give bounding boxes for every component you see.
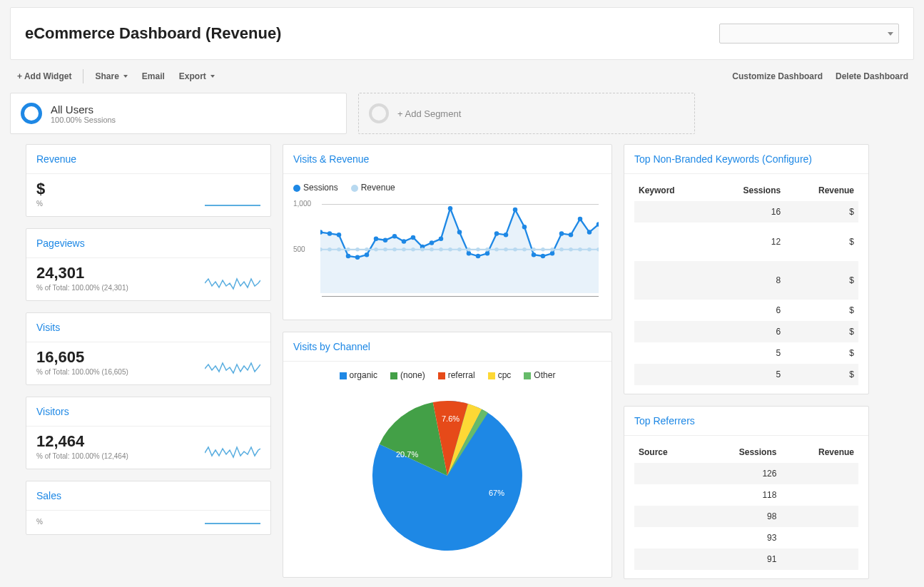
keywords-table: Keyword Sessions Revenue 16$ 12$ 8$ 6$ 6… [634, 180, 858, 385]
share-button[interactable]: Share [88, 68, 134, 84]
svg-point-9 [392, 234, 397, 239]
svg-point-57 [541, 247, 545, 252]
legend-other: Other [534, 370, 555, 380]
segments-row: All Users 100.00% Sessions + Add Segment [10, 93, 914, 144]
legend-organic: organic [350, 370, 377, 380]
segment-circle-icon [21, 103, 42, 124]
export-button[interactable]: Export [172, 68, 222, 84]
visitors-sub: % of Total: 100.00% (12,464) [36, 452, 128, 460]
col-sessions: Sessions [709, 180, 785, 201]
pageviews-sparkline [205, 273, 260, 292]
add-segment-label: + Add Segment [397, 108, 461, 119]
svg-point-58 [550, 247, 554, 252]
pageviews-value: 24,301 [36, 264, 128, 282]
svg-point-29 [578, 217, 583, 222]
table-row[interactable]: 6$ [634, 321, 858, 342]
svg-point-21 [504, 233, 509, 238]
table-row[interactable]: 8$ [634, 261, 858, 300]
column-left: Revenue $ % Pageviews 2 [26, 144, 271, 535]
svg-point-38 [365, 247, 369, 252]
widget-title[interactable]: Sales [26, 481, 270, 511]
table-row[interactable]: 6$ [634, 300, 858, 321]
segment-all-users[interactable]: All Users 100.00% Sessions [10, 93, 347, 134]
visitors-sparkline [205, 441, 260, 460]
table-row[interactable]: 126 [634, 463, 858, 484]
svg-point-10 [402, 239, 407, 243]
dashboard-grid: Revenue $ % Pageviews 2 [10, 144, 914, 587]
square-icon [340, 372, 347, 379]
widget-title[interactable]: Visitors [26, 397, 270, 427]
svg-point-18 [476, 254, 481, 259]
svg-point-50 [476, 247, 480, 252]
column-middle: Visits & Revenue Sessions Revenue 1,000 … [283, 144, 612, 578]
email-button[interactable]: Email [135, 68, 172, 84]
svg-point-44 [420, 247, 425, 252]
sales-sub: % [36, 518, 43, 526]
table-row[interactable]: 5$ [634, 364, 858, 385]
visits-value: 16,605 [36, 348, 128, 367]
pageviews-sub: % of Total: 100.00% (24,301) [36, 284, 128, 292]
svg-point-27 [559, 231, 564, 236]
svg-point-6 [365, 252, 370, 257]
visitors-value: 12,464 [36, 432, 128, 451]
table-row[interactable]: 12$ [634, 223, 858, 261]
column-right: Top Non-Branded Keywords (Configure) Key… [624, 144, 869, 579]
widget-title[interactable]: Top Referrers [624, 407, 868, 436]
widget-title[interactable]: Visits & Revenue [283, 145, 611, 174]
customize-dashboard-button[interactable]: Customize Dashboard [732, 71, 823, 81]
sales-sparkline [205, 521, 260, 524]
visits-sparkline [205, 357, 260, 376]
table-row[interactable]: 93 [634, 527, 858, 548]
widget-title[interactable]: Revenue [26, 145, 270, 174]
add-segment-button[interactable]: + Add Segment [358, 93, 695, 134]
square-icon [524, 372, 531, 379]
svg-point-59 [559, 247, 564, 252]
visits-revenue-chart: 1,000 500 $0.00 [293, 197, 601, 311]
pie-chart-svg: 67% 20.7% 7.6% [369, 397, 526, 554]
revenue-sub: % [36, 200, 45, 208]
revenue-value: $ [36, 180, 45, 198]
table-row[interactable]: 16$ [634, 201, 858, 223]
svg-point-16 [457, 230, 462, 235]
segment-subtitle: 100.00% Sessions [51, 116, 116, 124]
svg-point-20 [494, 231, 499, 236]
svg-point-3 [337, 233, 342, 238]
col-keyword: Keyword [634, 180, 709, 201]
legend-none: (none) [400, 370, 425, 380]
widget-title[interactable]: Visits by Channel [283, 332, 611, 362]
pie-chart-container: 67% 20.7% 7.6% [293, 384, 601, 568]
header-select[interactable] [719, 24, 899, 44]
table-row[interactable]: 91 [634, 548, 858, 570]
svg-point-14 [439, 237, 444, 242]
svg-point-49 [467, 247, 471, 252]
add-widget-button[interactable]: + Add Widget [10, 68, 78, 84]
pie-label-referral: 7.6% [442, 414, 460, 423]
table-row[interactable]: 118 [634, 484, 858, 506]
visits-revenue-legend: Sessions Revenue [293, 180, 601, 197]
widget-title[interactable]: Pageviews [26, 229, 270, 258]
svg-point-30 [587, 230, 592, 235]
channels-legend: organic (none) referral cpc Other [293, 367, 601, 384]
referrers-table: Source Sessions Revenue 126 118 98 93 91 [634, 441, 858, 570]
svg-point-34 [328, 247, 332, 252]
widget-sales: Sales % [26, 481, 271, 535]
svg-point-11 [411, 235, 416, 240]
svg-point-17 [467, 251, 472, 256]
legend-revenue: Revenue [361, 183, 395, 193]
svg-point-35 [337, 247, 341, 252]
table-row[interactable]: 98 [634, 506, 858, 527]
svg-point-47 [448, 247, 452, 252]
page-title: eCommerce Dashboard (Revenue) [25, 24, 281, 43]
toolbar: + Add Widget Share Email Export Customiz… [10, 60, 914, 93]
toolbar-separator [83, 69, 83, 83]
svg-point-2 [328, 231, 332, 236]
segment-circle-placeholder-icon [369, 103, 389, 123]
legend-referral: referral [448, 370, 475, 380]
pie-label-none: 20.7% [396, 450, 418, 459]
table-row[interactable]: 5$ [634, 342, 858, 364]
svg-point-40 [383, 247, 387, 252]
widget-title[interactable]: Top Non-Branded Keywords (Configure) [624, 145, 868, 174]
widget-title[interactable]: Visits [26, 313, 270, 342]
svg-point-56 [532, 247, 536, 252]
delete-dashboard-button[interactable]: Delete Dashboard [836, 71, 908, 81]
